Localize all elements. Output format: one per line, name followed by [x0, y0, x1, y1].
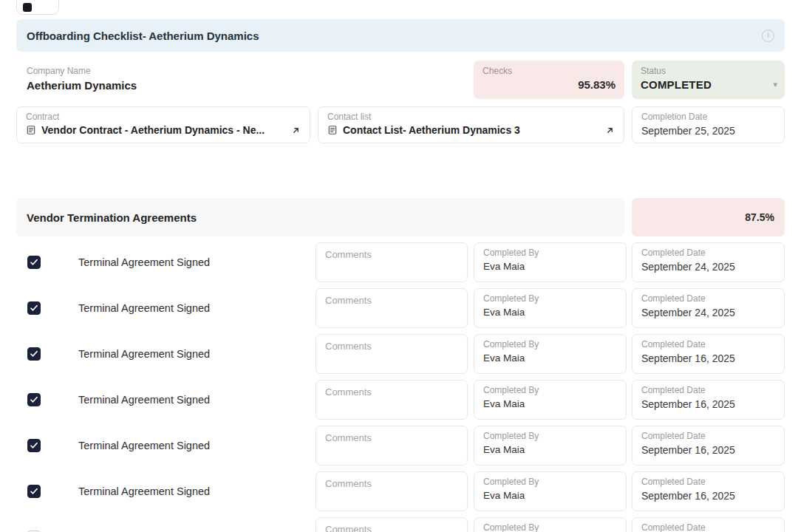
completed-by-value: Eva Maia — [483, 444, 617, 455]
status-dropdown[interactable]: Status COMPLETED ▾ — [632, 61, 785, 99]
checklist-item-label: Terminal Agreement Signed — [78, 485, 210, 497]
browser-tab[interactable] — [16, 0, 59, 15]
completed-date-value: September 16, 2025 — [641, 352, 775, 364]
checklist-row: Terminal Agreement Signed Completed By E… — [16, 334, 785, 374]
document-icon — [327, 125, 338, 135]
completed-date-label: Completed Date — [641, 385, 775, 395]
checklist-row: Terminal Agreement Signed Completed By E… — [16, 288, 785, 328]
completion-date-label: Completion Date — [641, 112, 775, 122]
completed-by-field[interactable]: Completed By Eva Maia — [474, 471, 627, 511]
section-percent-badge: 87.5% — [632, 198, 785, 236]
completed-date-field[interactable]: Completed Date September 16, 2025 — [632, 426, 785, 466]
company-name-value: Aetherium Dynamics — [27, 79, 456, 92]
contact-list-link[interactable]: Contact List- Aetherium Dynamics 3 — [343, 124, 599, 136]
completed-by-label: Completed By — [483, 339, 617, 349]
completed-by-label: Completed By — [483, 248, 617, 258]
section-header-row: Vendor Termination Agreements 87.5% — [16, 198, 785, 236]
completed-date-field[interactable]: Completed Date September 24, 2025 — [632, 242, 785, 282]
status-label: Status — [641, 66, 776, 76]
row-checkbox[interactable] — [27, 393, 41, 406]
row-checkbox[interactable] — [27, 301, 41, 315]
comments-input[interactable] — [316, 242, 468, 282]
completed-by-field[interactable]: Completed By Eva Maia — [474, 288, 627, 328]
external-link-icon[interactable] — [291, 126, 301, 135]
completed-date-label: Completed Date — [641, 522, 775, 532]
checklist-row: Completed By Completed Date — [16, 517, 785, 532]
completed-by-value: Eva Maia — [483, 261, 617, 272]
checklist-item-label: Terminal Agreement Signed — [78, 348, 210, 360]
completed-date-value: September 24, 2025 — [641, 261, 775, 273]
chevron-down-icon: ▾ — [773, 80, 777, 89]
top-bar — [0, 0, 798, 15]
completed-by-label: Completed By — [483, 431, 617, 441]
comments-input[interactable] — [316, 380, 468, 420]
completed-by-value: Eva Maia — [483, 398, 617, 409]
completed-date-field[interactable]: Completed Date — [632, 517, 785, 532]
completed-by-field[interactable]: Completed By Eva Maia — [474, 426, 627, 466]
app-icon — [23, 3, 32, 12]
checklist-row: Terminal Agreement Signed Completed By E… — [16, 471, 785, 511]
checklist-item-label: Terminal Agreement Signed — [78, 394, 210, 406]
completed-date-value: September 24, 2025 — [641, 307, 775, 318]
comments-input[interactable] — [316, 334, 468, 374]
contract-field[interactable]: Contract Vendor Contract - Aetherium Dyn… — [16, 106, 310, 143]
completed-by-field[interactable]: Completed By Eva Maia — [474, 242, 627, 282]
comments-input[interactable] — [316, 471, 468, 511]
info-icon[interactable]: i — [762, 30, 774, 42]
completed-date-value: September 16, 2025 — [641, 398, 775, 410]
checklist-header: Offboarding Checklist- Aetherium Dynamic… — [16, 19, 785, 52]
company-name-field: Company Name Aetherium Dynamics — [16, 61, 466, 99]
summary-row: Company Name Aetherium Dynamics Checks 9… — [16, 61, 785, 99]
completed-date-label: Completed Date — [641, 431, 775, 441]
contract-link[interactable]: Vendor Contract - Aetherium Dynamics - N… — [41, 124, 285, 136]
comments-input[interactable] — [316, 517, 468, 532]
document-icon — [26, 125, 36, 135]
completed-date-label: Completed Date — [641, 339, 775, 349]
status-value: COMPLETED — [641, 78, 776, 91]
section-title: Vendor Termination Agreements — [16, 198, 624, 236]
checklist-item-label: Terminal Agreement Signed — [78, 256, 210, 268]
completed-date-label: Completed Date — [641, 248, 775, 258]
row-checkbox[interactable] — [27, 485, 41, 498]
completed-by-field[interactable]: Completed By Eva Maia — [474, 380, 627, 420]
completed-by-field[interactable]: Completed By — [474, 517, 627, 532]
completion-date-value: September 25, 2025 — [641, 125, 775, 137]
contact-list-field[interactable]: Contact list Contact List- Aetherium Dyn… — [318, 106, 624, 143]
checks-value: 95.83% — [482, 78, 615, 91]
contact-list-label: Contact list — [327, 112, 615, 122]
row-checkbox[interactable] — [27, 347, 41, 361]
page-title: Offboarding Checklist- Aetherium Dynamic… — [27, 30, 259, 42]
linked-fields-row: Contract Vendor Contract - Aetherium Dyn… — [16, 106, 785, 143]
completed-date-field[interactable]: Completed Date September 16, 2025 — [632, 380, 785, 420]
row-checkbox[interactable] — [27, 439, 41, 452]
completed-by-label: Completed By — [483, 385, 617, 395]
checklist-item-label: Terminal Agreement Signed — [78, 302, 210, 314]
completed-by-label: Completed By — [483, 477, 617, 487]
completed-date-field[interactable]: Completed Date September 16, 2025 — [632, 334, 785, 374]
completed-date-value: September 16, 2025 — [641, 444, 775, 456]
checklist-item-label: Terminal Agreement Signed — [78, 440, 210, 451]
comments-input[interactable] — [316, 288, 468, 328]
checks-label: Checks — [482, 66, 615, 76]
row-checkbox[interactable] — [27, 256, 41, 269]
completed-by-label: Completed By — [483, 522, 617, 532]
completed-date-label: Completed Date — [641, 477, 775, 487]
checklist-row: Terminal Agreement Signed Completed By E… — [16, 426, 785, 466]
completed-by-field[interactable]: Completed By Eva Maia — [474, 334, 627, 374]
completed-by-value: Eva Maia — [483, 490, 617, 501]
main-content: Offboarding Checklist- Aetherium Dynamic… — [0, 15, 798, 532]
completed-by-value: Eva Maia — [483, 307, 617, 318]
completed-date-value: September 16, 2025 — [641, 490, 775, 502]
checklist-row: Terminal Agreement Signed Completed By E… — [16, 380, 785, 420]
completed-date-field[interactable]: Completed Date September 24, 2025 — [632, 288, 785, 328]
completed-date-field[interactable]: Completed Date September 16, 2025 — [632, 471, 785, 511]
completed-by-label: Completed By — [483, 293, 617, 304]
completed-by-value: Eva Maia — [483, 352, 617, 364]
comments-input[interactable] — [316, 426, 468, 466]
checklist-row: Terminal Agreement Signed Completed By E… — [16, 242, 785, 282]
company-name-label: Company Name — [27, 66, 456, 76]
external-link-icon[interactable] — [605, 126, 615, 135]
checks-field: Checks 95.83% — [474, 61, 624, 99]
offboarding-checklist-page: Offboarding Checklist- Aetherium Dynamic… — [0, 0, 798, 532]
completion-date-field[interactable]: Completion Date September 25, 2025 — [632, 106, 785, 143]
